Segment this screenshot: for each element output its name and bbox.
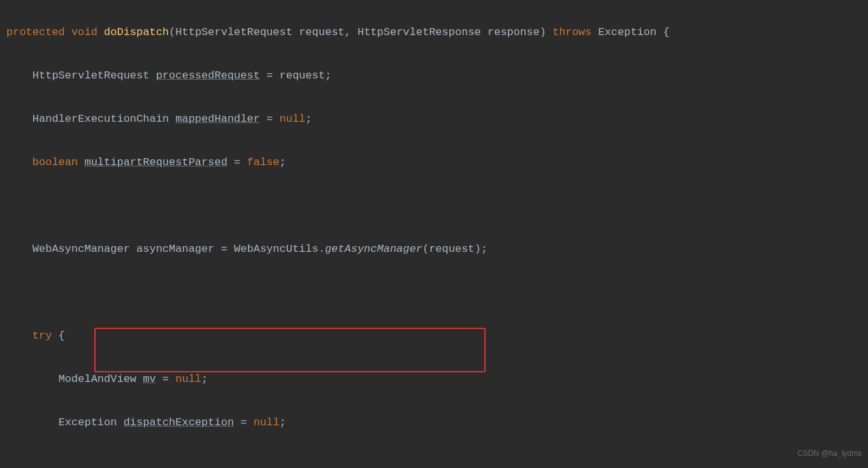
keyword-try: try xyxy=(33,330,52,342)
watermark: CSDN @ha_lydms xyxy=(797,442,862,464)
val: request xyxy=(280,69,325,82)
var: asyncManager xyxy=(136,243,214,255)
code-line: HandlerExecutionChain mappedHandler = nu… xyxy=(6,108,862,130)
type: ModelAndView xyxy=(59,373,136,385)
type: HandlerExecutionChain xyxy=(33,113,169,125)
code-line xyxy=(6,455,862,468)
type: Exception xyxy=(59,416,117,428)
semi: ; xyxy=(201,373,208,385)
paren-open: ( xyxy=(423,243,429,255)
var: mappedHandler xyxy=(175,113,260,125)
code-editor[interactable]: protected void doDispatch(HttpServletReq… xyxy=(0,0,868,468)
type: HttpServletResponse xyxy=(358,26,481,38)
semi: ; xyxy=(325,69,331,82)
semi: ; xyxy=(280,416,286,428)
code-line: WebAsyncManager asyncManager = WebAsyncU… xyxy=(6,238,862,260)
paren-open: ( xyxy=(169,26,175,38)
type: WebAsyncManager xyxy=(33,243,130,255)
op: = xyxy=(260,113,280,125)
var: mv xyxy=(143,373,156,385)
keyword-boolean: boolean xyxy=(33,156,78,168)
semi: ; xyxy=(305,113,312,125)
code-line: try { xyxy=(6,325,862,347)
code-line: protected void doDispatch(HttpServletReq… xyxy=(6,22,862,43)
param: response xyxy=(488,26,540,38)
op: = xyxy=(156,373,176,385)
dot: . xyxy=(319,243,325,255)
keyword-void: void xyxy=(71,26,98,38)
code-line: boolean multipartRequestParsed = false; xyxy=(6,152,862,173)
null: null xyxy=(175,373,201,385)
op: = xyxy=(260,69,280,82)
false: false xyxy=(247,156,279,168)
code-line: HttpServletRequest processedRequest = re… xyxy=(6,65,862,87)
paren-close: ) xyxy=(540,26,553,38)
brace: { xyxy=(52,330,64,342)
code-line: Exception dispatchException = null; xyxy=(6,412,862,434)
keyword-throws: throws xyxy=(553,26,591,38)
null: null xyxy=(280,113,306,125)
semi: ; xyxy=(280,156,286,168)
type: Exception xyxy=(598,26,656,38)
code-line: ModelAndView mv = null; xyxy=(6,369,862,390)
var: multipartRequestParsed xyxy=(84,156,227,168)
param: request xyxy=(299,26,344,38)
type: HttpServletRequest xyxy=(33,69,150,82)
var: dispatchException xyxy=(124,416,234,428)
op: = xyxy=(228,156,247,168)
type: HttpServletRequest xyxy=(175,26,293,38)
code-line xyxy=(6,195,862,217)
code-line xyxy=(6,282,862,303)
null: null xyxy=(254,416,280,428)
op: = xyxy=(234,416,254,428)
method-doDispatch: doDispatch xyxy=(104,26,169,38)
class: WebAsyncUtils xyxy=(234,243,319,255)
op: = xyxy=(214,243,234,255)
static-method: getAsyncManager xyxy=(325,243,423,255)
paren-close: ); xyxy=(475,243,488,255)
var: processedRequest xyxy=(156,69,260,82)
arg: request xyxy=(429,243,474,255)
keyword-protected: protected xyxy=(6,26,65,38)
brace: { xyxy=(663,26,669,38)
comma: , xyxy=(345,26,358,38)
